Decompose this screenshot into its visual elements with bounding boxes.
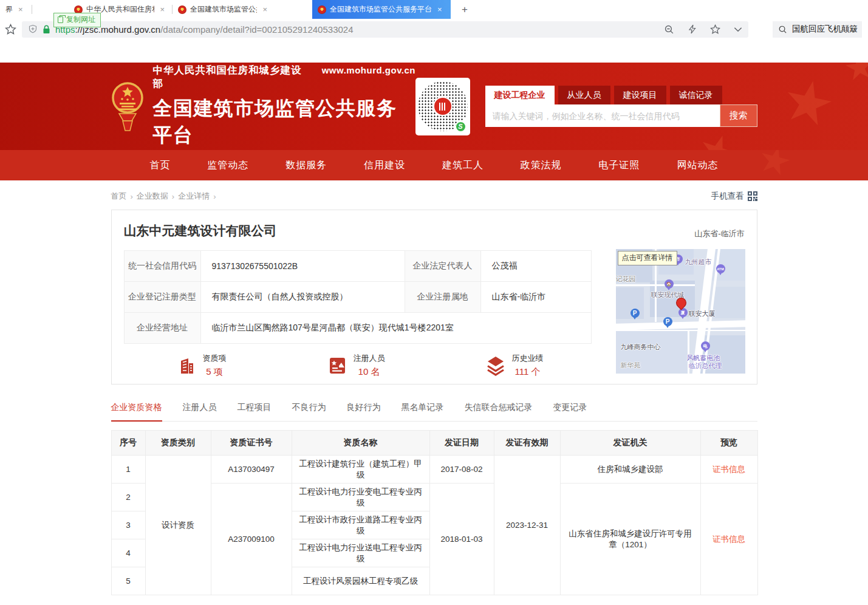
nav-item-supervision[interactable]: 监管动态	[207, 150, 248, 180]
stat-history-performance[interactable]: 历史业绩 111 个	[485, 353, 544, 378]
close-icon[interactable]: ×	[16, 5, 25, 14]
shield-icon[interactable]	[28, 24, 38, 34]
search-tab-enterprise[interactable]: 建设工程企业	[485, 86, 555, 104]
table-header-row: 序号 资质类别 资质证书号 资质名称 发证日期 发证有效期 发证机关 预览	[111, 431, 757, 456]
search-tab-project[interactable]: 建设项目	[614, 86, 666, 104]
tab-change-records[interactable]: 变更记录	[553, 402, 587, 421]
search-icon	[778, 25, 787, 34]
map-pin-icon: 厦	[678, 308, 688, 317]
nav-item-policy[interactable]: 政策法规	[521, 150, 562, 180]
nav-item-credit[interactable]: 信用建设	[364, 150, 405, 180]
weapp-logo-icon: S	[455, 121, 466, 132]
qr-mini-icon	[748, 191, 757, 201]
close-icon[interactable]: ×	[261, 5, 269, 14]
browser-chrome: 界 × 中华人民共和国住房和城乡建设 × 全国建筑市场监管公共服务平台 × 全国…	[0, 0, 868, 63]
main-nav: ★ 首页 监管动态 数据服务 信用建设 建筑工人 政策法规 电子证照 网站动态	[0, 150, 868, 180]
map-label-supermarket: 九州超市	[685, 258, 712, 267]
tab-registered-personnel[interactable]: 注册人员	[183, 402, 217, 421]
table-row: 统一社会信用代码 91371302675501022B 企业法定代表人 公茂福	[124, 251, 591, 282]
lightning-icon[interactable]	[688, 24, 697, 34]
close-icon[interactable]: ×	[158, 5, 166, 14]
breadcrumb-company-data[interactable]: 企业数据	[137, 191, 168, 202]
certificate-info-link[interactable]: 证书信息	[713, 535, 745, 544]
url-bar: https://jzsc.mohurd.gov.cn/data/company/…	[0, 19, 868, 39]
copy-url-tooltip: 复制网址	[53, 13, 101, 27]
bookmark-star-icon[interactable]	[5, 24, 16, 35]
map-label-business-center: 九峰商务中心	[621, 343, 661, 352]
site-favicon-icon	[318, 5, 326, 14]
keyword-search-input[interactable]	[485, 104, 720, 127]
nav-item-workers[interactable]: 建筑工人	[442, 150, 484, 180]
close-icon[interactable]: ×	[436, 5, 444, 14]
tab-title: 全国建筑市场监管公共服务平台	[190, 4, 257, 15]
building-icon	[176, 355, 197, 376]
layers-icon	[485, 355, 506, 376]
parking-icon: P	[630, 309, 640, 318]
map-label-xinhua: 新华苑	[621, 361, 641, 370]
header-search-module: 建设工程企业 从业人员 建设项目 诚信记录 搜索	[485, 86, 757, 127]
tab-separator	[32, 5, 32, 14]
company-name: 山东中元建筑设计有限公司	[124, 222, 745, 239]
qualification-table: 序号 资质类别 资质证书号 资质名称 发证日期 发证有效期 发证机关 预览 1 …	[111, 430, 758, 595]
tab-bad-behavior[interactable]: 不良行为	[292, 402, 326, 421]
platform-title: 全国建筑市场监管公共服务平台	[153, 95, 416, 149]
certificate-info-link[interactable]: 证书信息	[713, 465, 745, 474]
map-pin-icon: 电	[701, 341, 710, 350]
tab-good-behavior[interactable]: 良好行为	[347, 402, 381, 421]
nav-item-site-news[interactable]: 网站动态	[677, 150, 718, 180]
search-button[interactable]: 搜索	[720, 104, 757, 127]
tab-dishonesty[interactable]: 失信联合惩戒记录	[465, 402, 533, 421]
table-row: 企业登记注册类型 有限责任公司（自然人投资或控股） 企业注册属地 山东省-临沂市	[124, 282, 591, 313]
search-tab-credit[interactable]: 诚信记录	[670, 86, 722, 104]
ministry-name: 中华人民共和国住房和城乡建设部	[153, 64, 310, 91]
header-qr-code: S	[415, 78, 470, 135]
search-tab-personnel[interactable]: 从业人员	[558, 86, 610, 104]
zoom-out-icon[interactable]	[664, 24, 674, 35]
favorite-star-icon[interactable]	[710, 24, 720, 35]
map-pin-atm-icon: ATM	[716, 264, 725, 273]
browser-tab-1[interactable]: 界 ×	[0, 0, 32, 19]
chevron-down-icon[interactable]	[734, 27, 742, 32]
nav-item-home[interactable]: 首页	[150, 150, 171, 180]
tab-qualifications[interactable]: 企业资质资格	[111, 402, 162, 422]
tab-projects[interactable]: 工程项目	[238, 402, 272, 421]
decor-star-icon: ★	[754, 150, 796, 180]
mobile-view-toggle[interactable]: 手机查看	[711, 191, 757, 202]
table-row: 企业经营地址 临沂市兰山区陶然路107号星河晶都（联安）现代城1号楼2201室	[124, 313, 591, 344]
decor-star-icon: ★	[841, 63, 868, 86]
quick-search-box[interactable]	[773, 21, 862, 38]
table-row: 1 设计资质 A137030497 工程设计建筑行业（建筑工程）甲级 2017-…	[111, 456, 757, 484]
national-emblem-icon	[111, 79, 144, 134]
tab-blacklist[interactable]: 黑名单记录	[402, 402, 444, 421]
tab-title: 界	[5, 4, 13, 15]
new-tab-button[interactable]: +	[457, 4, 473, 16]
browser-tab-active[interactable]: 全国建筑市场监管公共服务平台 ×	[312, 0, 451, 19]
personnel-badge-icon	[327, 355, 347, 376]
breadcrumb-home[interactable]: 首页	[111, 191, 127, 202]
stat-registered-personnel[interactable]: 注册人员 10 名	[327, 353, 385, 378]
map-label-battery-2: 临沂总代理	[689, 361, 722, 371]
company-location-map[interactable]: 市 九州超市 ATM 记花园 🏠 联安现代城 厦 联安大厦 P P 九峰商务中心…	[616, 249, 745, 374]
quick-search-input[interactable]	[792, 25, 859, 34]
nav-item-data-service[interactable]: 数据服务	[285, 150, 327, 180]
company-region: 山东省-临沂市	[694, 228, 744, 239]
validity-cell: 2023-12-31	[494, 456, 560, 595]
copy-icon	[58, 16, 63, 23]
decor-star-icon: ★	[777, 69, 840, 137]
company-card: 山东中元建筑设计有限公司 山东省-临沂市 统一社会信用代码 9137130267…	[111, 210, 757, 385]
stat-qualifications[interactable]: 资质项 5 项	[176, 353, 227, 378]
nav-item-e-license[interactable]: 电子证照	[599, 150, 640, 180]
parking-icon: P	[663, 317, 672, 326]
browser-tab-3[interactable]: 全国建筑市场监管公共服务平台 ×	[173, 0, 275, 19]
tab-bar: 界 × 中华人民共和国住房和城乡建设 × 全国建筑市场监管公共服务平台 × 全国…	[0, 0, 868, 19]
category-cell: 设计资质	[145, 456, 211, 595]
site-favicon-icon	[178, 5, 186, 14]
breadcrumb: 首页 › 企业数据 › 企业详情 › 手机查看	[111, 191, 757, 202]
map-tooltip: 点击可查看详情	[618, 251, 677, 265]
detail-tabs: 企业资质资格 注册人员 工程项目 不良行为 良好行为 黑名单记录 失信联合惩戒记…	[111, 402, 757, 422]
map-label-garden: 记花园	[616, 275, 636, 284]
breadcrumb-company-detail[interactable]: 企业详情	[178, 191, 210, 202]
company-stats: 资质项 5 项 注册人员 10 名	[124, 353, 591, 378]
tab-title: 全国建筑市场监管公共服务平台	[330, 4, 432, 15]
address-field[interactable]: https://jzsc.mohurd.gov.cn/data/company/…	[22, 21, 748, 38]
